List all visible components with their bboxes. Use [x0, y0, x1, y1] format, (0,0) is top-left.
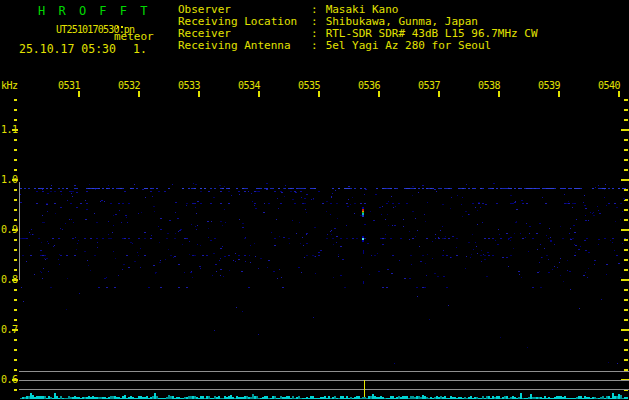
y-axis-unit-label: kHz [1, 81, 18, 91]
y-minor-tick-left [14, 169, 17, 171]
y-minor-tick-right [624, 209, 628, 211]
y-minor-tick-right [624, 289, 628, 291]
y-minor-tick-left [14, 359, 17, 361]
x-tick-mark [78, 91, 80, 97]
x-tick-label: 0534 [234, 81, 260, 91]
y-minor-tick-left [14, 219, 17, 221]
info-separator: : [311, 39, 318, 52]
y-minor-tick-right [624, 99, 628, 101]
datetime-label: 25.10.17 05:30 [19, 44, 116, 56]
y-major-tick-right [621, 179, 629, 181]
y-minor-tick-right [624, 219, 628, 221]
x-tick-mark [138, 91, 140, 97]
y-minor-tick-right [624, 189, 628, 191]
strip-grid-line [19, 380, 629, 381]
y-minor-tick-left [14, 99, 17, 101]
x-tick-mark [198, 91, 200, 97]
y-minor-tick-left [14, 119, 17, 121]
y-major-tick-right [621, 129, 629, 131]
strip-grid-line [19, 371, 629, 372]
x-tick-mark [378, 91, 380, 97]
y-minor-tick-left [14, 309, 17, 311]
y-minor-tick-left [14, 239, 17, 241]
y-minor-tick-left [14, 199, 17, 201]
y-minor-tick-left [14, 289, 17, 291]
y-major-tick-right [621, 229, 629, 231]
y-minor-tick-left [14, 189, 17, 191]
y-major-tick-left [12, 379, 18, 381]
echo-count-line [364, 380, 365, 398]
y-minor-tick-right [624, 269, 628, 271]
y-minor-tick-right [624, 249, 628, 251]
y-minor-tick-left [14, 249, 17, 251]
x-tick-label: 0532 [114, 81, 140, 91]
y-major-tick-right [621, 329, 629, 331]
observer-info-table: Observer:Masaki KanoReceiving Location:S… [178, 4, 538, 52]
hrofft-screen: H R O F F T UT2510170530.pn meteor 25.10… [0, 0, 629, 400]
mode-label: meteor [114, 31, 154, 42]
x-tick-mark [318, 91, 320, 97]
y-minor-tick-right [624, 339, 628, 341]
x-tick-label: 0536 [354, 81, 380, 91]
info-row: Receiving Antenna:5el Yagi Az 280 for Se… [178, 40, 538, 52]
strip-grid-line [19, 389, 629, 390]
y-minor-tick-left [14, 139, 17, 141]
y-minor-tick-left [14, 349, 17, 351]
y-minor-tick-left [14, 339, 17, 341]
meteor-echo-pixel [363, 281, 364, 284]
info-value: 5el Yagi Az 280 for Seoul [318, 39, 492, 52]
x-tick-mark [498, 91, 500, 97]
y-minor-tick-right [624, 359, 628, 361]
y-minor-tick-right [624, 299, 628, 301]
x-tick-mark [258, 91, 260, 97]
meteor-echo-pixel [362, 215, 364, 217]
y-minor-tick-right [624, 139, 628, 141]
meteor-echo-pixel [362, 240, 364, 242]
app-title: H R O F F T [38, 5, 150, 17]
filename-g-remnant-dot [117, 26, 119, 28]
y-minor-tick-right [624, 119, 628, 121]
y-major-tick-left [12, 129, 18, 131]
x-tick-label: 0538 [474, 81, 500, 91]
y-minor-tick-right [624, 109, 628, 111]
y-minor-tick-right [624, 149, 628, 151]
y-minor-tick-right [624, 259, 628, 261]
y-minor-tick-right [624, 169, 628, 171]
counter-label: 1. [133, 44, 147, 56]
x-tick-mark [438, 91, 440, 97]
y-minor-tick-left [14, 159, 17, 161]
x-tick-label: 0535 [294, 81, 320, 91]
x-tick-mark [558, 91, 560, 97]
x-tick-label: 0531 [54, 81, 80, 91]
y-minor-tick-left [14, 259, 17, 261]
x-tick-label: 0537 [414, 81, 440, 91]
x-tick-label: 0540 [594, 81, 620, 91]
info-label: Receiving Antenna [178, 40, 311, 52]
x-tick-label: 0539 [534, 81, 560, 91]
band-bar [19, 182, 20, 280]
y-minor-tick-right [624, 159, 628, 161]
y-minor-tick-right [624, 349, 628, 351]
y-minor-tick-left [14, 299, 17, 301]
y-minor-tick-left [14, 149, 17, 151]
x-tick-mark [618, 91, 620, 97]
y-minor-tick-right [624, 309, 628, 311]
y-minor-tick-left [14, 369, 17, 371]
y-minor-tick-right [624, 239, 628, 241]
y-minor-tick-left [14, 109, 17, 111]
y-major-tick-left [12, 179, 18, 181]
y-minor-tick-left [14, 319, 17, 321]
y-minor-tick-left [14, 269, 17, 271]
y-major-tick-right [621, 279, 629, 281]
meteor-echo-pixel [363, 250, 364, 254]
y-minor-tick-left [14, 209, 17, 211]
y-minor-tick-right [624, 319, 628, 321]
filename-g-remnant-dot [121, 26, 123, 28]
y-minor-tick-left [14, 389, 17, 391]
x-tick-label: 0533 [174, 81, 200, 91]
y-major-tick-left [12, 229, 18, 231]
y-major-tick-left [12, 279, 18, 281]
y-major-tick-left [12, 329, 18, 331]
